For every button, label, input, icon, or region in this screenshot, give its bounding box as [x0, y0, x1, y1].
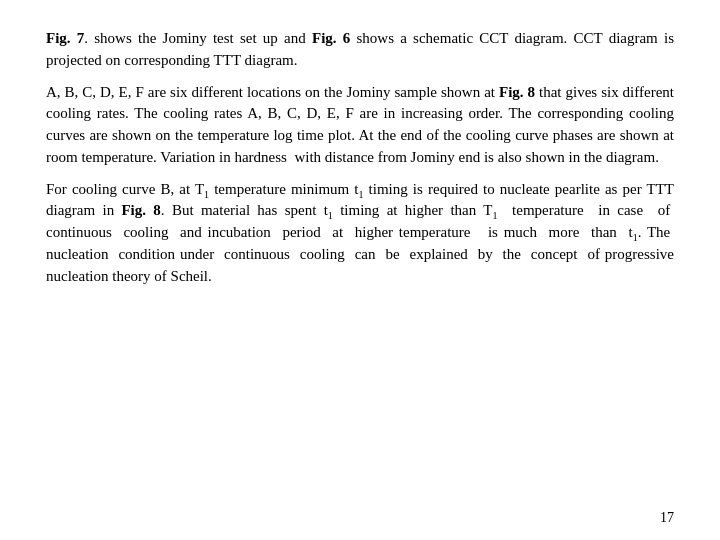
paragraph-1: Fig. 7. shows the Jominy test set up and…	[46, 28, 674, 72]
sub-T1-b: 1	[492, 210, 497, 221]
sub-t1-a: 1	[359, 189, 364, 200]
paragraph-3-text: For cooling curve B, at T1 temperature m…	[46, 181, 674, 284]
fig8-label-p2: Fig. 8	[499, 84, 535, 100]
fig8-label-p3: Fig. 8	[121, 202, 160, 218]
sub-T1-a: 1	[204, 189, 209, 200]
paragraph-3: For cooling curve B, at T1 temperature m…	[46, 179, 674, 288]
paragraph-2-text: A, B, C, D, E, F are six different locat…	[46, 84, 674, 165]
paragraph-1-text: Fig. 7. shows the Jominy test set up and…	[46, 30, 674, 68]
fig6-label: Fig. 6	[312, 30, 350, 46]
page-number: 17	[660, 508, 674, 528]
sub-t1-b: 1	[328, 210, 333, 221]
fig7-label: Fig. 7	[46, 30, 84, 46]
page-container: Fig. 7. shows the Jominy test set up and…	[0, 0, 720, 540]
paragraph-2: A, B, C, D, E, F are six different locat…	[46, 82, 674, 169]
p1-text-a: . shows the Jominy test set up and	[84, 30, 312, 46]
sub-t1-c: 1	[633, 232, 638, 243]
